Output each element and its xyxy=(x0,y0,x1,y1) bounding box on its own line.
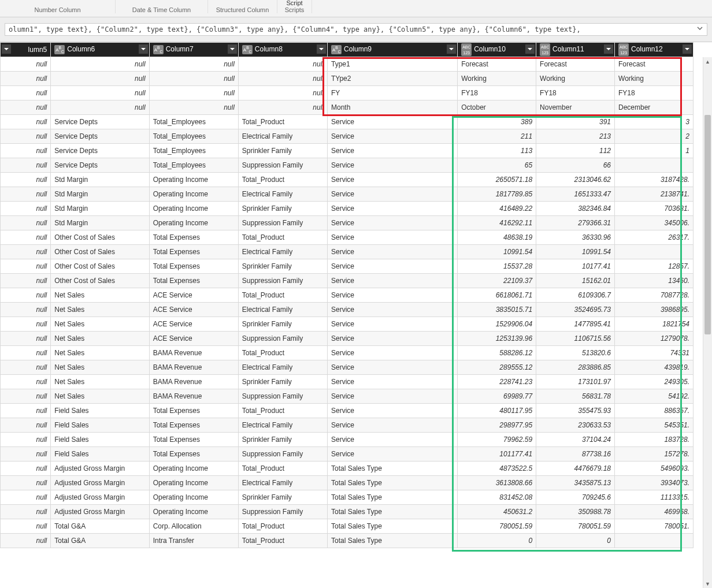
cell[interactable]: Net Sales xyxy=(51,288,149,303)
cell[interactable]: 6109306.7 xyxy=(536,288,615,303)
cell[interactable]: 298977.95 xyxy=(458,418,536,433)
cell[interactable]: Field Sales xyxy=(51,447,149,462)
column-header-c10[interactable]: ABC123Column10 xyxy=(458,43,536,57)
table-row[interactable]: nullStd MarginOperating IncomeSprinkler … xyxy=(1,202,694,216)
table-row[interactable]: nullAdjusted Gross MarginOperating Incom… xyxy=(1,462,694,476)
cell[interactable]: 0 xyxy=(536,534,615,548)
cell[interactable]: 10177.41 xyxy=(536,259,615,274)
cell[interactable]: Operating Income xyxy=(149,490,238,505)
cell[interactable] xyxy=(615,158,694,173)
cell[interactable]: null xyxy=(1,534,51,548)
cell[interactable]: null xyxy=(238,101,327,115)
cell[interactable]: null xyxy=(1,404,51,418)
cell[interactable]: Service Depts xyxy=(51,158,149,173)
cell[interactable]: Total G&A xyxy=(51,534,149,548)
cell[interactable]: Service xyxy=(327,418,457,433)
cell[interactable]: Net Sales xyxy=(51,317,149,332)
cell[interactable]: 588286.12 xyxy=(458,346,536,360)
cell[interactable]: Service Depts xyxy=(51,129,149,144)
cell[interactable]: Total Expenses xyxy=(149,447,238,462)
cell[interactable]: 480117.95 xyxy=(458,404,536,418)
table-row[interactable]: nullnullnullnullFYFY18FY18FY18 xyxy=(1,86,694,101)
cell[interactable]: Electrical Family xyxy=(238,129,327,144)
cell[interactable]: Service xyxy=(327,346,457,360)
scroll-down-icon[interactable]: ▼ xyxy=(703,579,712,588)
cell[interactable]: Forecast xyxy=(536,57,615,72)
filter-dropdown-icon[interactable] xyxy=(317,44,326,54)
cell[interactable]: 101177.41 xyxy=(458,447,536,462)
cell[interactable]: null xyxy=(1,173,51,187)
cell[interactable]: Service xyxy=(327,173,457,187)
cell[interactable]: Total_Employees xyxy=(149,129,238,144)
cell[interactable]: Std Margin xyxy=(51,173,149,187)
cell[interactable]: 780051. xyxy=(615,519,694,534)
cell[interactable]: 831452.08 xyxy=(458,490,536,505)
table-row[interactable]: nullStd MarginOperating IncomeSuppressio… xyxy=(1,216,694,230)
cell[interactable]: null xyxy=(1,418,51,433)
cell[interactable]: 279366.31 xyxy=(536,216,615,230)
cell[interactable]: 3 xyxy=(615,115,694,129)
script-button[interactable]: Script xyxy=(286,0,302,6)
cell[interactable]: null xyxy=(1,187,51,202)
table-row[interactable]: nullField SalesTotal ExpensesSuppression… xyxy=(1,447,694,462)
cell[interactable]: Intra Transfer xyxy=(149,534,238,548)
cell[interactable]: 113 xyxy=(458,144,536,158)
column-header-c11[interactable]: ABC123Column11 xyxy=(536,43,615,57)
cell[interactable]: 2313046.62 xyxy=(536,173,615,187)
cell[interactable]: Forecast xyxy=(615,57,694,72)
table-row[interactable]: nullService DeptsTotal_EmployeesSprinkle… xyxy=(1,144,694,158)
cell[interactable]: Adjusted Gross Margin xyxy=(51,505,149,519)
cell[interactable]: Service xyxy=(327,187,457,202)
cell[interactable]: Service xyxy=(327,216,457,230)
cell[interactable]: 211 xyxy=(458,129,536,144)
table-row[interactable]: nullOther Cost of SalesTotal ExpensesSpr… xyxy=(1,259,694,274)
table-row[interactable]: nullnullnullnullMonthOctoberNovemberDece… xyxy=(1,101,694,115)
cell[interactable]: Adjusted Gross Margin xyxy=(51,462,149,476)
cell[interactable]: null xyxy=(51,101,149,115)
filter-dropdown-icon[interactable] xyxy=(2,44,11,54)
cell[interactable]: 249305. xyxy=(615,375,694,389)
scroll-up-icon[interactable]: ▲ xyxy=(703,57,712,66)
cell[interactable]: Field Sales xyxy=(51,418,149,433)
cell[interactable]: Electrical Family xyxy=(238,187,327,202)
cell[interactable]: Service xyxy=(327,144,457,158)
cell[interactable]: null xyxy=(1,360,51,375)
cell[interactable]: ACE Service xyxy=(149,317,238,332)
cell[interactable]: Suppression Family xyxy=(238,389,327,404)
cell[interactable]: null xyxy=(1,490,51,505)
cell[interactable]: 26317. xyxy=(615,230,694,245)
cell[interactable]: Electrical Family xyxy=(238,476,327,490)
datatype-icon[interactable]: ABC xyxy=(331,45,342,54)
cell[interactable]: Forecast xyxy=(458,57,536,72)
cell[interactable]: null xyxy=(1,230,51,245)
cell[interactable]: null xyxy=(1,332,51,346)
cell[interactable]: 54192. xyxy=(615,389,694,404)
cell[interactable]: Service xyxy=(327,389,457,404)
filter-dropdown-icon[interactable] xyxy=(604,44,613,54)
cell[interactable]: 3934073. xyxy=(615,476,694,490)
cell[interactable]: Total Expenses xyxy=(149,245,238,259)
table-row[interactable]: nullService DeptsTotal_EmployeesTotal_Pr… xyxy=(1,115,694,129)
cell[interactable]: October xyxy=(458,101,536,115)
cell[interactable]: null xyxy=(149,57,238,72)
ribbon-group-datetime[interactable]: Date & Time Column xyxy=(116,0,208,13)
cell[interactable]: 173101.97 xyxy=(536,375,615,389)
cell[interactable]: FY18 xyxy=(536,86,615,101)
cell[interactable]: 15537.28 xyxy=(458,259,536,274)
cell[interactable]: null xyxy=(51,57,149,72)
ribbon-group-structured[interactable]: Structured Column xyxy=(208,0,277,13)
cell[interactable]: 703681. xyxy=(615,202,694,216)
cell[interactable]: 1113315. xyxy=(615,490,694,505)
cell[interactable]: Total_Product xyxy=(238,519,327,534)
cell[interactable]: null xyxy=(1,288,51,303)
cell[interactable]: 3835015.71 xyxy=(458,303,536,317)
cell[interactable]: ACE Service xyxy=(149,303,238,317)
cell[interactable]: Service xyxy=(327,375,457,389)
cell[interactable]: Total Expenses xyxy=(149,433,238,447)
cell[interactable]: Sprinkler Family xyxy=(238,317,327,332)
cell[interactable]: 439819. xyxy=(615,360,694,375)
ribbon-group-number[interactable]: Number Column xyxy=(0,0,116,13)
cell[interactable]: null xyxy=(1,216,51,230)
cell[interactable]: Sprinkler Family xyxy=(238,259,327,274)
cell[interactable]: 36330.96 xyxy=(536,230,615,245)
